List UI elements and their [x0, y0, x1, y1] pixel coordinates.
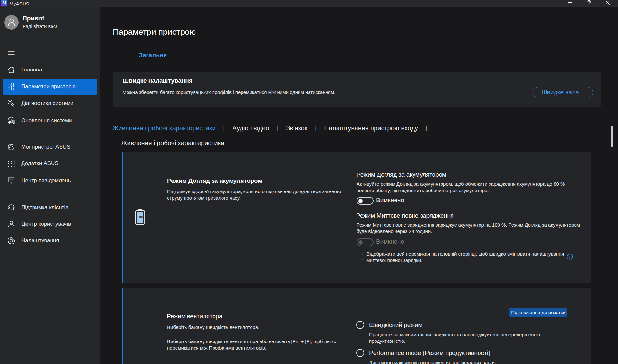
svg-text:100: 100: [137, 215, 143, 219]
svg-text:i: i: [569, 255, 570, 259]
